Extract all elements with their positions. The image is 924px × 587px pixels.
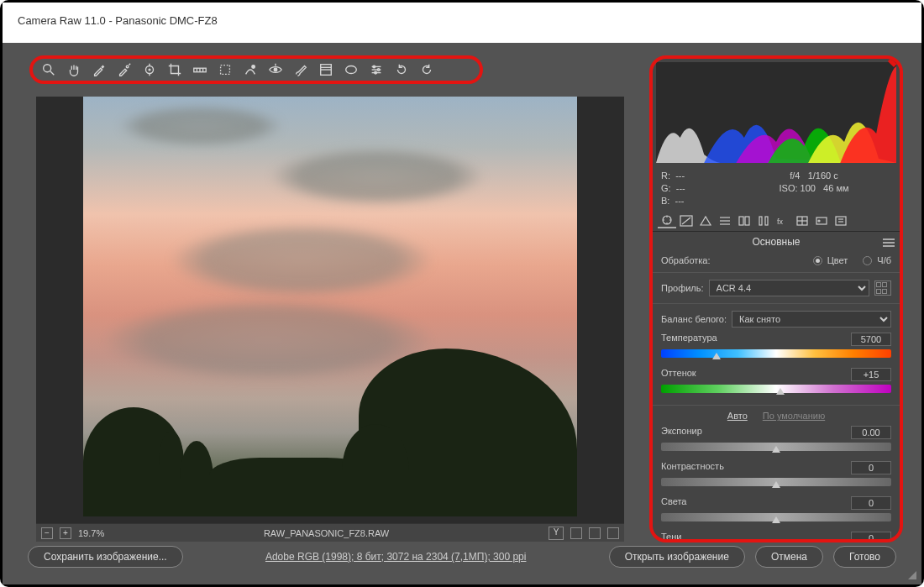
svg-rect-31: [739, 217, 743, 225]
svg-point-2: [126, 66, 129, 68]
default-link[interactable]: По умолчанию: [763, 411, 825, 421]
tab-hsl-icon[interactable]: [716, 213, 734, 228]
temperature-label: Температура: [661, 333, 717, 346]
wb-eyedropper-icon[interactable]: [90, 60, 108, 79]
window-titlebar: Camera Raw 11.0 - Panasonic DMC-FZ8: [3, 3, 921, 43]
svg-point-13: [252, 66, 255, 69]
svg-rect-33: [759, 217, 762, 225]
tab-basic-icon[interactable]: [658, 213, 676, 228]
treatment-label: Обработка:: [661, 255, 711, 265]
treatment-bw-label: Ч/б: [877, 255, 891, 265]
svg-rect-32: [745, 217, 749, 225]
contrast-slider[interactable]: [661, 478, 891, 486]
svg-rect-41: [836, 217, 846, 225]
svg-point-19: [346, 66, 357, 74]
window-title: Camera Raw 11.0 - Panasonic DMC-FZ8: [18, 14, 218, 27]
zoom-tool-icon[interactable]: [39, 60, 58, 79]
crop-tool-icon[interactable]: [165, 60, 184, 79]
svg-point-14: [274, 68, 277, 71]
bottom-bar: Сохранить изображение... Adobe RGB (1998…: [3, 536, 921, 578]
transform-tool-icon[interactable]: [216, 60, 234, 79]
grad-filter-icon[interactable]: [317, 60, 335, 79]
target-adjust-icon[interactable]: [140, 60, 159, 79]
cancel-button[interactable]: Отмена: [755, 546, 823, 568]
tab-calib-icon[interactable]: [793, 213, 811, 228]
contrast-label: Контрастность: [661, 461, 724, 474]
contrast-input[interactable]: [851, 461, 891, 474]
done-button[interactable]: Готово: [833, 546, 896, 568]
preferences-icon[interactable]: [367, 60, 386, 79]
wb-label: Баланс белого:: [661, 314, 727, 324]
radial-filter-icon[interactable]: [342, 60, 360, 79]
color-sampler-icon[interactable]: [115, 60, 134, 79]
highlights-input[interactable]: [851, 496, 891, 510]
auto-link[interactable]: Авто: [727, 411, 748, 421]
spot-removal-icon[interactable]: [241, 60, 260, 79]
profile-browser-icon[interactable]: [874, 280, 891, 296]
treatment-color-radio[interactable]: [813, 256, 822, 265]
resize-handle-icon[interactable]: [908, 571, 916, 579]
tab-detail-icon[interactable]: [696, 213, 715, 228]
tint-slider[interactable]: [661, 385, 891, 393]
exposure-label: Экспонир: [661, 426, 702, 439]
svg-point-5: [149, 69, 150, 71]
svg-rect-34: [765, 217, 768, 225]
svg-line-3: [129, 64, 130, 66]
exposure-input[interactable]: [851, 426, 891, 439]
workflow-options-link[interactable]: Adobe RGB (1998); 8 бит; 3072 на 2304 (7…: [193, 551, 599, 563]
tab-curve-icon[interactable]: [677, 213, 696, 228]
rotate-cw-icon[interactable]: [417, 60, 436, 79]
straighten-tool-icon[interactable]: [191, 60, 209, 79]
tab-split-icon[interactable]: [735, 213, 753, 228]
svg-rect-12: [221, 66, 230, 75]
profile-select[interactable]: ACR 4.4: [709, 280, 869, 296]
tool-toolbar: [29, 55, 483, 84]
tab-fx-icon[interactable]: fx: [774, 213, 792, 228]
panel-title: Основные: [653, 232, 900, 252]
temperature-input[interactable]: [851, 333, 891, 346]
rotate-ccw-icon[interactable]: [392, 60, 411, 79]
tint-input[interactable]: [851, 368, 891, 381]
svg-text:fx: fx: [777, 218, 784, 226]
exposure-slider[interactable]: [661, 443, 891, 451]
wb-select[interactable]: Как снято: [732, 311, 891, 328]
panel-tabs: fx: [653, 211, 900, 232]
temperature-slider[interactable]: [661, 349, 891, 358]
highlights-slider[interactable]: [661, 513, 891, 521]
svg-point-4: [146, 66, 154, 74]
image-preview[interactable]: − + 19.7% RAW_PANASONIC_FZ8.RAW Y: [36, 97, 624, 542]
treatment-color-label: Цвет: [827, 255, 848, 265]
open-image-button[interactable]: Открыть изображение: [609, 546, 745, 568]
tab-presets-icon[interactable]: [812, 213, 831, 228]
exif-readout: f/4 1/160 c ISO: 100 46 мм: [737, 170, 891, 207]
tab-lens-icon[interactable]: [754, 213, 773, 228]
adjustments-panel: R: --- G: --- B: --- f/4 1/160 c ISO: 10…: [649, 55, 903, 542]
rgb-readout: R: --- G: --- B: ---: [661, 170, 737, 207]
redeye-tool-icon[interactable]: [266, 60, 285, 79]
histogram[interactable]: [656, 62, 896, 163]
hand-tool-icon[interactable]: [65, 60, 83, 79]
profile-label: Профиль:: [661, 283, 704, 293]
tint-label: Оттенок: [661, 368, 696, 381]
svg-point-0: [44, 65, 51, 72]
svg-point-40: [818, 220, 820, 222]
brush-tool-icon[interactable]: [291, 60, 310, 79]
tab-snapshots-icon[interactable]: [832, 213, 850, 228]
svg-line-1: [50, 71, 55, 76]
highlights-label: Света: [661, 496, 686, 510]
panel-menu-icon[interactable]: [883, 237, 895, 247]
save-image-button[interactable]: Сохранить изображение...: [28, 546, 183, 568]
treatment-bw-radio[interactable]: [863, 256, 872, 265]
